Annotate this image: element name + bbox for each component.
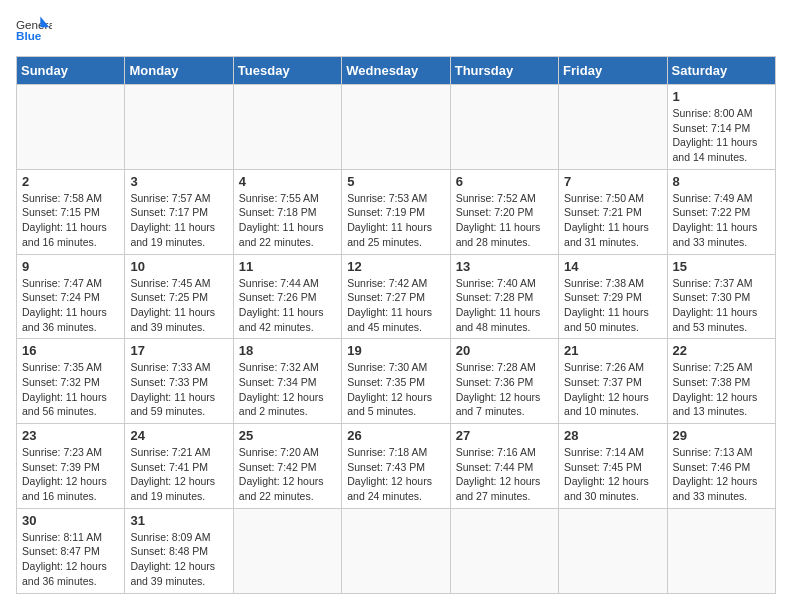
calendar-cell <box>233 508 341 593</box>
day-number: 13 <box>456 259 553 274</box>
day-info: Sunrise: 7:33 AM Sunset: 7:33 PM Dayligh… <box>130 360 227 419</box>
day-info: Sunrise: 7:50 AM Sunset: 7:21 PM Dayligh… <box>564 191 661 250</box>
calendar-cell: 22Sunrise: 7:25 AM Sunset: 7:38 PM Dayli… <box>667 339 775 424</box>
day-number: 2 <box>22 174 119 189</box>
calendar-cell <box>233 85 341 170</box>
day-number: 3 <box>130 174 227 189</box>
calendar-week-row: 2Sunrise: 7:58 AM Sunset: 7:15 PM Daylig… <box>17 169 776 254</box>
calendar-cell: 6Sunrise: 7:52 AM Sunset: 7:20 PM Daylig… <box>450 169 558 254</box>
day-info: Sunrise: 7:52 AM Sunset: 7:20 PM Dayligh… <box>456 191 553 250</box>
day-info: Sunrise: 8:09 AM Sunset: 8:48 PM Dayligh… <box>130 530 227 589</box>
calendar-cell: 16Sunrise: 7:35 AM Sunset: 7:32 PM Dayli… <box>17 339 125 424</box>
day-number: 22 <box>673 343 770 358</box>
calendar-cell: 27Sunrise: 7:16 AM Sunset: 7:44 PM Dayli… <box>450 424 558 509</box>
calendar-cell <box>559 508 667 593</box>
day-number: 20 <box>456 343 553 358</box>
day-number: 11 <box>239 259 336 274</box>
calendar-cell: 24Sunrise: 7:21 AM Sunset: 7:41 PM Dayli… <box>125 424 233 509</box>
weekday-header: Thursday <box>450 57 558 85</box>
weekday-header: Sunday <box>17 57 125 85</box>
calendar-cell <box>342 508 450 593</box>
day-info: Sunrise: 7:40 AM Sunset: 7:28 PM Dayligh… <box>456 276 553 335</box>
day-info: Sunrise: 7:55 AM Sunset: 7:18 PM Dayligh… <box>239 191 336 250</box>
day-info: Sunrise: 7:45 AM Sunset: 7:25 PM Dayligh… <box>130 276 227 335</box>
day-info: Sunrise: 7:30 AM Sunset: 7:35 PM Dayligh… <box>347 360 444 419</box>
day-info: Sunrise: 7:38 AM Sunset: 7:29 PM Dayligh… <box>564 276 661 335</box>
calendar-cell <box>450 85 558 170</box>
calendar-cell: 11Sunrise: 7:44 AM Sunset: 7:26 PM Dayli… <box>233 254 341 339</box>
day-number: 21 <box>564 343 661 358</box>
day-number: 9 <box>22 259 119 274</box>
calendar-cell: 1Sunrise: 8:00 AM Sunset: 7:14 PM Daylig… <box>667 85 775 170</box>
day-number: 4 <box>239 174 336 189</box>
calendar-cell: 15Sunrise: 7:37 AM Sunset: 7:30 PM Dayli… <box>667 254 775 339</box>
weekday-header: Friday <box>559 57 667 85</box>
calendar-week-row: 23Sunrise: 7:23 AM Sunset: 7:39 PM Dayli… <box>17 424 776 509</box>
calendar-cell: 14Sunrise: 7:38 AM Sunset: 7:29 PM Dayli… <box>559 254 667 339</box>
calendar-cell <box>17 85 125 170</box>
day-info: Sunrise: 7:37 AM Sunset: 7:30 PM Dayligh… <box>673 276 770 335</box>
day-info: Sunrise: 7:28 AM Sunset: 7:36 PM Dayligh… <box>456 360 553 419</box>
calendar-cell: 10Sunrise: 7:45 AM Sunset: 7:25 PM Dayli… <box>125 254 233 339</box>
day-info: Sunrise: 7:16 AM Sunset: 7:44 PM Dayligh… <box>456 445 553 504</box>
day-number: 5 <box>347 174 444 189</box>
calendar-cell <box>125 85 233 170</box>
day-number: 15 <box>673 259 770 274</box>
calendar-cell <box>342 85 450 170</box>
day-info: Sunrise: 7:44 AM Sunset: 7:26 PM Dayligh… <box>239 276 336 335</box>
day-info: Sunrise: 7:42 AM Sunset: 7:27 PM Dayligh… <box>347 276 444 335</box>
day-info: Sunrise: 7:35 AM Sunset: 7:32 PM Dayligh… <box>22 360 119 419</box>
calendar-cell: 31Sunrise: 8:09 AM Sunset: 8:48 PM Dayli… <box>125 508 233 593</box>
day-number: 26 <box>347 428 444 443</box>
calendar-cell: 20Sunrise: 7:28 AM Sunset: 7:36 PM Dayli… <box>450 339 558 424</box>
calendar-cell <box>559 85 667 170</box>
day-info: Sunrise: 7:21 AM Sunset: 7:41 PM Dayligh… <box>130 445 227 504</box>
calendar-cell: 5Sunrise: 7:53 AM Sunset: 7:19 PM Daylig… <box>342 169 450 254</box>
weekday-header: Tuesday <box>233 57 341 85</box>
calendar-cell <box>667 508 775 593</box>
day-number: 10 <box>130 259 227 274</box>
day-info: Sunrise: 7:25 AM Sunset: 7:38 PM Dayligh… <box>673 360 770 419</box>
day-info: Sunrise: 7:14 AM Sunset: 7:45 PM Dayligh… <box>564 445 661 504</box>
calendar-cell: 30Sunrise: 8:11 AM Sunset: 8:47 PM Dayli… <box>17 508 125 593</box>
day-number: 28 <box>564 428 661 443</box>
day-info: Sunrise: 7:26 AM Sunset: 7:37 PM Dayligh… <box>564 360 661 419</box>
calendar-cell: 7Sunrise: 7:50 AM Sunset: 7:21 PM Daylig… <box>559 169 667 254</box>
calendar-table: SundayMondayTuesdayWednesdayThursdayFrid… <box>16 56 776 594</box>
day-info: Sunrise: 7:32 AM Sunset: 7:34 PM Dayligh… <box>239 360 336 419</box>
day-number: 6 <box>456 174 553 189</box>
day-number: 27 <box>456 428 553 443</box>
day-info: Sunrise: 7:18 AM Sunset: 7:43 PM Dayligh… <box>347 445 444 504</box>
calendar-cell: 29Sunrise: 7:13 AM Sunset: 7:46 PM Dayli… <box>667 424 775 509</box>
weekday-header: Saturday <box>667 57 775 85</box>
day-number: 17 <box>130 343 227 358</box>
calendar-cell: 12Sunrise: 7:42 AM Sunset: 7:27 PM Dayli… <box>342 254 450 339</box>
day-number: 16 <box>22 343 119 358</box>
logo: General Blue <box>16 16 56 44</box>
day-number: 1 <box>673 89 770 104</box>
day-number: 30 <box>22 513 119 528</box>
day-number: 8 <box>673 174 770 189</box>
day-number: 31 <box>130 513 227 528</box>
calendar-cell: 23Sunrise: 7:23 AM Sunset: 7:39 PM Dayli… <box>17 424 125 509</box>
calendar-cell: 4Sunrise: 7:55 AM Sunset: 7:18 PM Daylig… <box>233 169 341 254</box>
day-info: Sunrise: 8:11 AM Sunset: 8:47 PM Dayligh… <box>22 530 119 589</box>
day-info: Sunrise: 8:00 AM Sunset: 7:14 PM Dayligh… <box>673 106 770 165</box>
day-number: 14 <box>564 259 661 274</box>
day-number: 24 <box>130 428 227 443</box>
calendar-cell: 13Sunrise: 7:40 AM Sunset: 7:28 PM Dayli… <box>450 254 558 339</box>
calendar-cell: 26Sunrise: 7:18 AM Sunset: 7:43 PM Dayli… <box>342 424 450 509</box>
calendar-cell: 17Sunrise: 7:33 AM Sunset: 7:33 PM Dayli… <box>125 339 233 424</box>
day-info: Sunrise: 7:47 AM Sunset: 7:24 PM Dayligh… <box>22 276 119 335</box>
page-header: General Blue <box>16 16 776 44</box>
day-info: Sunrise: 7:53 AM Sunset: 7:19 PM Dayligh… <box>347 191 444 250</box>
svg-text:Blue: Blue <box>16 29 42 42</box>
day-number: 25 <box>239 428 336 443</box>
calendar-cell: 19Sunrise: 7:30 AM Sunset: 7:35 PM Dayli… <box>342 339 450 424</box>
calendar-cell: 2Sunrise: 7:58 AM Sunset: 7:15 PM Daylig… <box>17 169 125 254</box>
weekday-header: Wednesday <box>342 57 450 85</box>
day-number: 19 <box>347 343 444 358</box>
day-number: 23 <box>22 428 119 443</box>
day-number: 12 <box>347 259 444 274</box>
calendar-cell: 9Sunrise: 7:47 AM Sunset: 7:24 PM Daylig… <box>17 254 125 339</box>
